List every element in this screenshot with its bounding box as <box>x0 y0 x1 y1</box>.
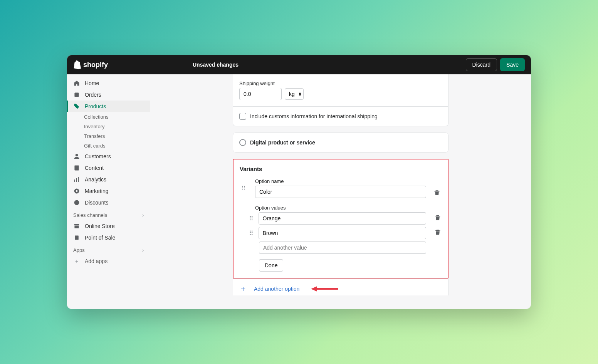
shopify-logo[interactable]: shopify <box>73 60 193 69</box>
checkbox-icon <box>239 113 246 120</box>
option-value-input[interactable] <box>259 227 426 239</box>
option-value-row: ⠿ <box>247 227 442 239</box>
top-bar: shopify Unsaved changes Discard Save <box>67 55 531 74</box>
add-option-row[interactable]: ＋ Add another option <box>233 278 448 295</box>
sidebar-item-home[interactable]: Home <box>67 77 150 89</box>
plus-icon: + <box>73 258 80 265</box>
sidebar-sub-transfers[interactable]: Transfers <box>67 131 150 141</box>
sidebar-item-label: Add apps <box>85 258 108 264</box>
sidebar-item-content[interactable]: Content <box>67 162 150 174</box>
delete-value-icon[interactable] <box>435 229 441 237</box>
digital-card: Digital product or service <box>233 133 448 153</box>
content-icon <box>73 164 80 171</box>
sidebar-item-add-apps[interactable]: + Add apps <box>67 255 150 267</box>
shipping-weight-label: Shipping weight <box>239 81 442 86</box>
option-value-input[interactable] <box>259 212 426 225</box>
digital-label: Digital product or service <box>250 139 315 146</box>
pos-icon <box>73 234 80 241</box>
drag-handle-icon[interactable]: ⠿ <box>241 185 246 192</box>
shipping-section: Shipping weight kg ▴▾ <box>233 74 448 106</box>
option-values-label: Option values <box>255 205 442 211</box>
sidebar-item-label: Analytics <box>85 176 106 183</box>
svg-rect-3 <box>74 179 75 182</box>
sidebar-sub-collections[interactable]: Collections <box>67 112 150 122</box>
sidebar-item-label: Home <box>85 80 99 86</box>
variants-card: Variants ⠿ Option name Option values <box>233 159 448 278</box>
customs-checkbox-row[interactable]: Include customs information for internat… <box>239 113 442 120</box>
svg-rect-5 <box>78 177 79 182</box>
sidebar-item-marketing[interactable]: Marketing <box>67 185 150 197</box>
analytics-icon <box>73 176 80 183</box>
option-name-label: Option name <box>255 178 426 184</box>
svg-rect-2 <box>74 166 79 171</box>
delete-value-icon[interactable] <box>435 215 441 222</box>
apps-header[interactable]: Apps › <box>67 243 150 255</box>
svg-point-8 <box>74 200 79 205</box>
svg-point-7 <box>76 190 78 192</box>
sidebar-item-discounts[interactable]: Discounts <box>67 197 150 208</box>
chevron-right-icon: › <box>142 212 144 218</box>
sidebar-item-pos[interactable]: Point of Sale <box>67 232 150 243</box>
svg-rect-4 <box>76 178 77 182</box>
delete-option-icon[interactable] <box>434 190 440 197</box>
sidebar-sub-inventory[interactable]: Inventory <box>67 122 150 131</box>
sidebar-item-label: Customers <box>85 153 111 159</box>
sidebar-item-analytics[interactable]: Analytics <box>67 174 150 185</box>
option-values-block: Option values ⠿ ⠿ <box>240 205 442 272</box>
weight-unit-select[interactable]: kg ▴▾ <box>285 88 304 100</box>
weight-unit-value: kg <box>289 91 295 97</box>
digital-radio-row[interactable]: Digital product or service <box>239 139 442 146</box>
sidebar-sub-gift-cards[interactable]: Gift cards <box>67 141 150 151</box>
orders-icon <box>73 91 80 98</box>
section-label: Apps <box>73 247 85 253</box>
variants-section: Variants ⠿ Option name Option values <box>233 159 448 278</box>
sidebar-item-label: Discounts <box>85 200 108 206</box>
done-button[interactable]: Done <box>259 259 283 272</box>
home-icon <box>73 80 80 87</box>
select-caret-icon: ▴▾ <box>299 92 301 96</box>
option-name-input[interactable] <box>255 186 426 198</box>
sidebar-item-online-store[interactable]: Online Store <box>67 220 150 232</box>
sidebar-item-products[interactable]: Products <box>67 101 150 112</box>
sidebar-item-label: Orders <box>85 92 101 98</box>
variants-title: Variants <box>240 166 442 172</box>
digital-section: Digital product or service <box>233 133 448 152</box>
products-icon <box>73 103 80 110</box>
sidebar-item-label: Products <box>85 103 106 109</box>
customers-icon <box>73 153 80 160</box>
svg-rect-0 <box>74 92 79 97</box>
radio-icon <box>239 139 246 146</box>
save-button[interactable]: Save <box>500 58 525 71</box>
drag-handle-icon[interactable]: ⠿ <box>247 230 255 237</box>
sidebar-item-orders[interactable]: Orders <box>67 89 150 101</box>
store-icon <box>73 223 80 230</box>
weight-input[interactable] <box>239 88 282 100</box>
add-value-input[interactable] <box>259 242 426 254</box>
sidebar-item-customers[interactable]: Customers <box>67 151 150 162</box>
drag-handle-icon[interactable]: ⠿ <box>247 215 255 222</box>
topbar-actions: Discard Save <box>466 58 525 71</box>
plus-icon: ＋ <box>239 283 247 294</box>
sidebar-item-label: Content <box>85 165 104 171</box>
option-name-block: ⠿ Option name <box>240 178 442 198</box>
add-option-link: Add another option <box>254 286 299 292</box>
marketing-icon <box>73 188 80 195</box>
arrow-annotation-icon <box>311 285 338 292</box>
discounts-icon <box>73 199 80 206</box>
brand-text: shopify <box>83 61 108 69</box>
sidebar-item-label: Marketing <box>85 188 108 194</box>
sidebar: Home Orders Products Collections Invento… <box>67 74 150 309</box>
option-value-row <box>247 242 442 254</box>
shipping-card: Shipping weight kg ▴▾ Include cus <box>233 74 448 126</box>
option-value-row: ⠿ <box>247 212 442 225</box>
svg-point-1 <box>76 154 78 156</box>
unsaved-changes-label: Unsaved changes <box>193 62 466 68</box>
customs-section: Include customs information for internat… <box>233 106 448 126</box>
app-window: shopify Unsaved changes Discard Save Hom… <box>67 55 531 309</box>
customs-label: Include customs information for internat… <box>250 113 378 119</box>
sidebar-item-label: Point of Sale <box>85 235 115 241</box>
discard-button[interactable]: Discard <box>466 58 497 71</box>
sales-channels-header[interactable]: Sales channels › <box>67 208 150 220</box>
section-label: Sales channels <box>73 212 107 218</box>
sidebar-item-label: Online Store <box>85 223 115 229</box>
